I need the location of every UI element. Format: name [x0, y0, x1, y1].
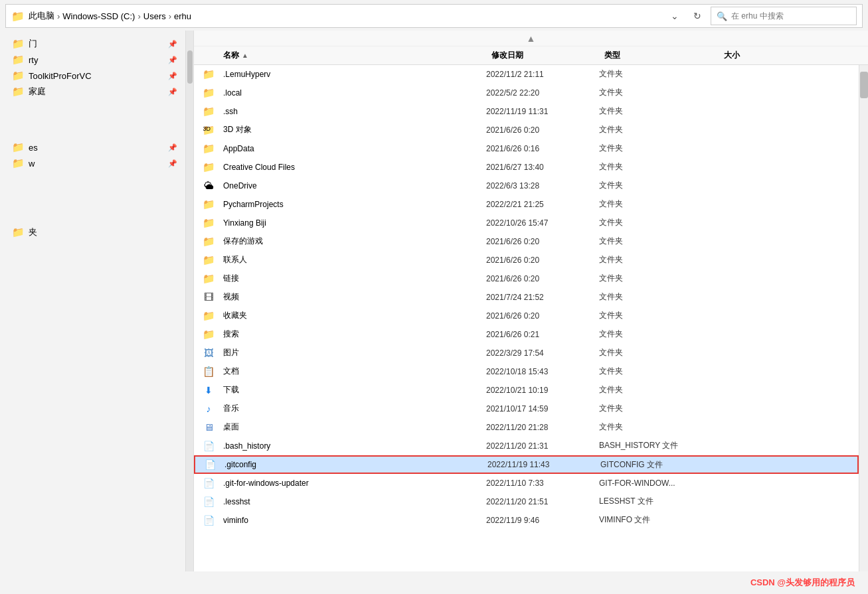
path-user[interactable]: erhu	[174, 11, 191, 21]
sidebar-item-0[interactable]: 📁 门 📌	[0, 36, 185, 52]
folder-icon-1: 📁	[12, 54, 25, 66]
table-row[interactable]: ♪ 音乐 2021/10/17 14:59 文件夹	[194, 400, 859, 418]
file-type: 文件夹	[599, 421, 719, 433]
sidebar-item-5[interactable]: 📁 w 📌	[0, 155, 185, 171]
file-type: 文件夹	[599, 217, 719, 228]
table-row[interactable]: 📁 保存的游戏 2021/6/26 0:20 文件夹	[194, 232, 859, 251]
col-header-size[interactable]: 大小	[719, 50, 772, 61]
sidebar-label-4: es	[29, 143, 38, 153]
file-icon: ⬇	[194, 385, 223, 396]
main-layout: 📁 门 📌 📁 rty 📌 📁 ToolkitProForVC 📌 📁 家庭 📌…	[0, 31, 868, 571]
file-date: 2022/11/20 21:51	[486, 497, 599, 506]
sidebar-item-4[interactable]: 📁 es 📌	[0, 139, 185, 155]
file-name: 收藏夹	[223, 310, 486, 321]
file-name: 图片	[223, 347, 486, 358]
file-name: .git-for-windows-updater	[223, 479, 486, 488]
file-name: AppData	[223, 144, 486, 153]
search-box: 🔍	[711, 7, 857, 25]
file-name: 3D 对象	[223, 124, 486, 135]
file-type: 文件夹	[599, 68, 719, 80]
file-name: 下载	[223, 384, 486, 396]
table-row[interactable]: 📁 AppData 2021/6/26 0:16 文件夹	[194, 139, 859, 158]
col-header-date[interactable]: 修改日期	[486, 50, 599, 61]
file-icon: 📁	[194, 254, 223, 266]
sidebar-item-3[interactable]: 📁 家庭 📌	[0, 84, 185, 100]
file-icon: 📁	[194, 236, 223, 248]
table-row[interactable]: 📁3D 3D 对象 2021/6/26 0:20 文件夹	[194, 121, 859, 139]
file-name: 桌面	[223, 421, 486, 433]
table-row[interactable]: 📁 Yinxiang Biji 2022/10/26 15:47 文件夹	[194, 214, 859, 232]
file-type: 文件夹	[599, 236, 719, 247]
file-name: 联系人	[223, 254, 486, 265]
pin-icon-0: 📌	[168, 40, 177, 48]
file-type: 文件夹	[599, 329, 719, 340]
file-date: 2021/6/27 13:40	[486, 163, 599, 172]
table-row[interactable]: 📁 Creative Cloud Files 2021/6/27 13:40 文…	[194, 158, 859, 177]
file-type: BASH_HISTORY 文件	[599, 440, 719, 451]
file-type: 文件夹	[599, 384, 719, 396]
table-row[interactable]: 📁 搜索 2021/6/26 0:21 文件夹	[194, 325, 859, 344]
sidebar-item-1[interactable]: 📁 rty 📌	[0, 52, 185, 68]
table-row[interactable]: 📄 .bash_history 2022/11/20 21:31 BASH_HI…	[194, 437, 859, 455]
table-row[interactable]: 🖥 桌面 2022/11/20 21:28 文件夹	[194, 418, 859, 437]
file-icon: 📁	[194, 329, 223, 340]
file-name: 链接	[223, 273, 486, 284]
file-type: 文件夹	[599, 198, 719, 210]
table-row[interactable]: 📁 联系人 2021/6/26 0:20 文件夹	[194, 251, 859, 269]
col-header-type[interactable]: 类型	[599, 50, 719, 61]
table-row[interactable]: 📁 收藏夹 2021/6/26 0:20 文件夹	[194, 307, 859, 325]
file-date: 2021/10/17 14:59	[486, 404, 599, 413]
table-row[interactable]: ⬇ 下载 2022/10/21 10:19 文件夹	[194, 381, 859, 400]
file-date: 2022/11/20 21:28	[486, 423, 599, 432]
sidebar-item-2[interactable]: 📁 ToolkitProForVC 📌	[0, 68, 185, 84]
sidebar-item-folder[interactable]: 📁 夹	[0, 224, 185, 240]
file-icon: 📁	[194, 106, 223, 117]
dropdown-button[interactable]: ⌄	[665, 7, 684, 25]
table-row[interactable]: 🎞 视频 2021/7/24 21:52 文件夹	[194, 288, 859, 307]
search-input[interactable]	[731, 11, 837, 21]
up-arrow-icon: ▲	[527, 33, 536, 44]
sidebar-label-folder: 夹	[29, 226, 37, 238]
path-thispc[interactable]: 此电脑	[29, 10, 54, 22]
path-drive[interactable]: Windows-SSD (C:)	[62, 11, 135, 21]
file-date: 2021/6/26 0:20	[486, 274, 599, 283]
table-row[interactable]: 📋 文档 2022/10/18 15:43 文件夹	[194, 362, 859, 381]
file-name: Yinxiang Biji	[223, 218, 486, 228]
pin-icon-3: 📌	[168, 88, 177, 96]
file-type: 文件夹	[599, 87, 719, 98]
folder-icon-5: 📁	[12, 157, 25, 169]
file-list: 📁 .LemuHyperv 2022/11/2 21:11 文件夹 📁 .loc…	[194, 65, 859, 571]
search-icon: 🔍	[717, 11, 727, 21]
table-row[interactable]: 📄 viminfo 2022/11/9 9:46 VIMINFO 文件	[194, 511, 859, 530]
table-row[interactable]: 📁 .local 2022/5/2 22:20 文件夹	[194, 84, 859, 102]
file-date: 2022/10/18 15:43	[486, 367, 599, 376]
file-date: 2021/6/26 0:20	[486, 256, 599, 265]
table-row[interactable]: 📄 .git-for-windows-updater 2022/11/10 7:…	[194, 474, 859, 492]
file-date: 2022/5/2 22:20	[486, 88, 599, 98]
file-icon: 📁	[194, 273, 223, 285]
table-row[interactable]: 📄 .gitconfig 2022/11/19 11:43 GITCONFIG …	[194, 455, 859, 474]
table-row[interactable]: 🌥 OneDrive 2022/6/3 13:28 文件夹	[194, 177, 859, 195]
table-row[interactable]: 🖼 图片 2022/3/29 17:54 文件夹	[194, 344, 859, 362]
col-header-name[interactable]: 名称 ▲	[194, 50, 486, 61]
folder-icon-3: 📁	[12, 86, 25, 98]
file-date: 2022/6/3 13:28	[486, 181, 599, 190]
table-row[interactable]: 📁 .LemuHyperv 2022/11/2 21:11 文件夹	[194, 65, 859, 84]
file-date: 2022/11/10 7:33	[486, 479, 599, 488]
refresh-button[interactable]: ↻	[688, 7, 707, 25]
path-users[interactable]: Users	[143, 11, 166, 21]
table-row[interactable]: 📄 .lesshst 2022/11/20 21:51 LESSHST 文件	[194, 492, 859, 511]
sort-arrow: ▲	[242, 52, 248, 59]
sidebar-scrollbar[interactable]	[186, 31, 194, 571]
table-row[interactable]: 📁 链接 2021/6/26 0:20 文件夹	[194, 269, 859, 288]
table-row[interactable]: 📁 PycharmProjects 2022/2/21 21:25 文件夹	[194, 195, 859, 214]
file-icon: 📁	[194, 161, 223, 173]
file-name: 视频	[223, 291, 486, 303]
file-icon: 🖥	[194, 421, 223, 433]
table-row[interactable]: 📁 .ssh 2022/11/19 11:31 文件夹	[194, 102, 859, 121]
file-list-wrapper: 📁 .LemuHyperv 2022/11/2 21:11 文件夹 📁 .loc…	[194, 65, 868, 571]
vertical-scrollbar[interactable]	[859, 65, 868, 571]
pin-icon-5: 📌	[168, 159, 177, 168]
file-name: viminfo	[223, 516, 486, 525]
file-icon: 📄	[194, 496, 223, 507]
